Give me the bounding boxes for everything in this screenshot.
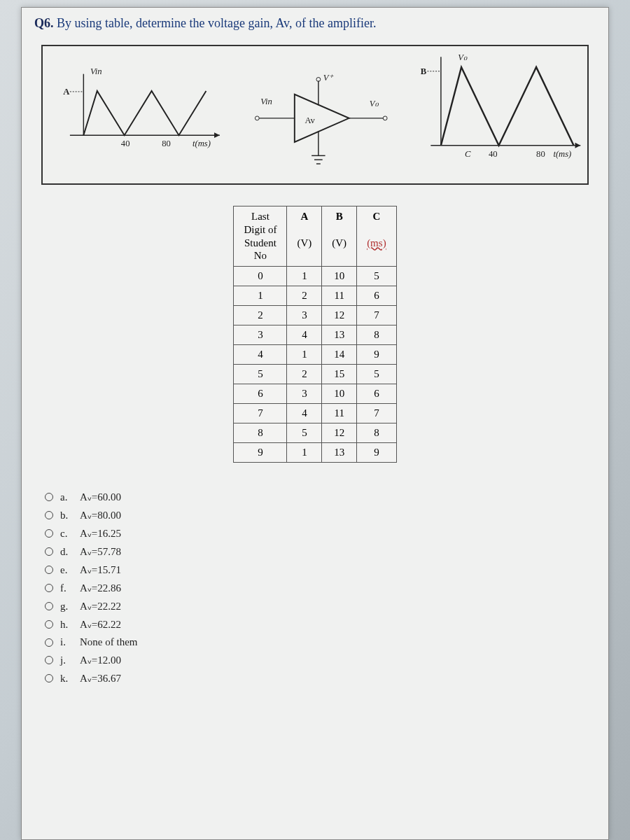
radio-icon[interactable]: [45, 638, 53, 647]
radio-icon[interactable]: [45, 511, 53, 519]
table-cell: 11: [322, 286, 357, 306]
table-cell: 2: [287, 365, 322, 384]
table-cell: 3: [234, 326, 287, 345]
table-cell: 7: [234, 404, 287, 424]
table-cell: 4: [287, 404, 322, 424]
table-cell: 5: [357, 267, 397, 286]
option-letter: e.: [60, 564, 70, 576]
table-cell: 8: [357, 326, 397, 345]
option-text: Aᵥ=22.22: [80, 600, 121, 612]
svg-marker-2: [214, 132, 220, 138]
table-cell: 2: [234, 306, 287, 326]
col-header-C: C (ms): [357, 206, 397, 267]
table-cell: 12: [322, 424, 357, 443]
h0l1: Last: [244, 210, 276, 223]
option-letter: f.: [60, 582, 70, 594]
table-cell: 1: [287, 345, 322, 365]
table-row: 01105: [234, 267, 396, 286]
answer-option[interactable]: i.None of them: [45, 636, 596, 648]
table-cell: 8: [357, 424, 397, 443]
radio-icon[interactable]: [45, 547, 53, 556]
left-x-40: 40: [121, 139, 130, 148]
vin-label: Vin: [90, 66, 102, 76]
table-cell: 6: [357, 286, 397, 306]
option-letter: j.: [60, 654, 70, 666]
radio-icon[interactable]: [45, 656, 53, 664]
question-page: Q6. By using table, determine the voltag…: [21, 7, 609, 840]
radio-icon[interactable]: [45, 620, 53, 629]
hBu: (V): [332, 237, 346, 250]
amp-vo-label: V₀: [370, 99, 379, 108]
answer-options: a.Aᵥ=60.00b.Aᵥ=80.00c.Aᵥ=16.25d.Aᵥ=57.78…: [45, 491, 596, 685]
radio-icon[interactable]: [45, 674, 53, 682]
vo-label: V₀: [458, 52, 468, 62]
table-row: 52155: [234, 365, 396, 384]
right-x-unit: t(ms): [553, 149, 571, 159]
left-x-unit: t(ms): [192, 139, 211, 148]
question-prefix: Q6.: [34, 16, 54, 30]
option-text: Aᵥ=80.00: [80, 509, 121, 522]
answer-option[interactable]: h.Aᵥ=62.22: [45, 618, 596, 631]
parameter-table: Last Digit of Student No A (V): [233, 206, 396, 463]
col-header-A: A (V): [287, 206, 322, 267]
radio-icon[interactable]: [45, 493, 53, 501]
svg-point-14: [383, 116, 387, 120]
output-waveform: V₀ B C 40 80 t(ms): [421, 52, 581, 159]
option-letter: c.: [60, 528, 70, 540]
table-row: 34138: [234, 326, 396, 345]
answer-option[interactable]: c.Aᵥ=16.25: [45, 527, 596, 540]
answer-option[interactable]: j.Aᵥ=12.00: [45, 654, 596, 666]
col-header-digit: Last Digit of Student No: [234, 206, 287, 267]
svg-point-4: [255, 116, 259, 120]
option-text: None of them: [80, 636, 137, 648]
table-cell: 3: [287, 306, 322, 326]
label-A: A: [63, 87, 70, 97]
table-cell: 4: [287, 326, 322, 345]
answer-option[interactable]: d.Aᵥ=57.78: [45, 545, 596, 558]
circuit-diagram: Vin A 40 80 t(ms) Vin Av: [41, 45, 589, 185]
radio-icon[interactable]: [45, 584, 53, 592]
amplifier-block: Vin Av V⁺ V₀: [255, 73, 387, 164]
option-letter: a.: [60, 491, 70, 503]
option-text: Aᵥ=62.22: [80, 618, 121, 631]
radio-icon[interactable]: [45, 602, 53, 610]
answer-option[interactable]: e.Aᵥ=15.71: [45, 564, 596, 576]
table-row: 41149: [234, 345, 396, 365]
table-cell: 11: [322, 404, 357, 424]
col-header-B: B (V): [322, 206, 357, 267]
answer-option[interactable]: b.Aᵥ=80.00: [45, 509, 596, 522]
answer-option[interactable]: g.Aᵥ=22.22: [45, 600, 596, 612]
table-cell: 6: [357, 384, 397, 404]
diagram-svg: Vin A 40 80 t(ms) Vin Av: [43, 46, 587, 183]
table-cell: 2: [287, 286, 322, 306]
question-title: Q6. By using table, determine the voltag…: [34, 16, 596, 31]
question-text: By using table, determine the voltage ga…: [57, 16, 376, 30]
option-text: Aᵥ=12.00: [80, 654, 121, 666]
table-cell: 5: [234, 365, 287, 384]
radio-icon[interactable]: [45, 566, 53, 574]
table-cell: 1: [287, 443, 322, 463]
table-cell: 9: [234, 443, 287, 463]
table-cell: 9: [357, 443, 397, 463]
table-cell: 1: [287, 267, 322, 286]
answer-option[interactable]: a.Aᵥ=60.00: [45, 491, 596, 503]
table-cell: 5: [287, 424, 322, 443]
svg-marker-6: [295, 94, 349, 142]
table-cell: 10: [322, 267, 357, 286]
hA: A: [297, 210, 312, 223]
table-cell: 7: [357, 306, 397, 326]
hCu: (ms): [367, 237, 386, 250]
answer-option[interactable]: f.Aᵥ=22.86: [45, 582, 596, 594]
answer-option[interactable]: k.Aᵥ=36.67: [45, 672, 596, 685]
h0l3: Student: [244, 237, 276, 250]
radio-icon[interactable]: [45, 529, 53, 538]
table-cell: 5: [357, 365, 397, 384]
svg-marker-17: [575, 143, 580, 148]
table-cell: 13: [322, 443, 357, 463]
h0l4: No: [244, 249, 276, 262]
table-row: 63106: [234, 384, 396, 404]
right-x-40: 40: [489, 149, 498, 159]
h0l2: Digit of: [244, 223, 276, 237]
option-text: Aᵥ=15.71: [80, 564, 121, 576]
option-letter: h.: [60, 619, 70, 631]
